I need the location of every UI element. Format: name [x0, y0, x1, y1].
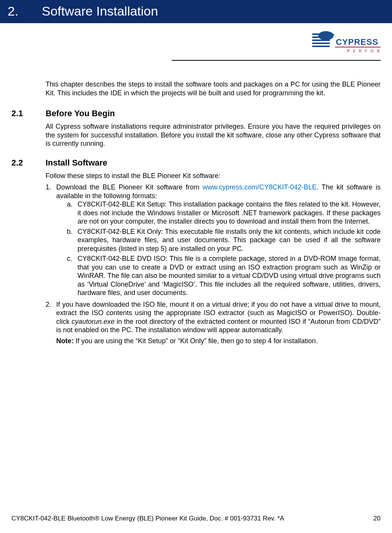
text-fragment: Download the BLE Pioneer Kit software fr…: [56, 183, 202, 191]
note-label: Note:: [56, 337, 74, 345]
svg-rect-3: [312, 43, 330, 44]
svg-point-5: [318, 31, 334, 40]
chapter-intro: This chapter describes the steps to inst…: [46, 80, 381, 97]
section-title: Install Software: [46, 158, 107, 168]
step-number: 2.: [46, 300, 56, 345]
section-number: 2.2: [11, 158, 46, 168]
section-2-2-heading: 2.2 Install Software: [11, 158, 381, 168]
filename: cyautorun.exe: [71, 318, 114, 325]
step-text: If you have downloaded the ISO file, mou…: [56, 300, 381, 345]
page-footer: CY8CKIT-042-BLE Bluetooth® Low Energy (B…: [11, 515, 381, 522]
list-item: a. CY8CKIT-042-BLE Kit Setup: This insta…: [67, 200, 381, 226]
step-number: 1.: [46, 183, 56, 299]
chapter-title: Software Installation: [42, 4, 158, 19]
substep-text: CY8CKIT-042-BLE DVD ISO: This file is a …: [77, 254, 381, 297]
header-divider: [172, 60, 381, 61]
page-content: This chapter describes the steps to inst…: [0, 80, 392, 345]
section-title: Before You Begin: [46, 109, 115, 118]
section-number: 2.1: [11, 109, 46, 118]
logo-brand-text: CYPRESS: [336, 37, 378, 47]
cypress-logo: CYPRESS P E R F O R M: [312, 30, 381, 54]
chapter-number: 2.: [8, 4, 27, 19]
section-2-1-body: All Cypress software installations requi…: [46, 122, 381, 148]
list-item: 1. Download the BLE Pioneer Kit software…: [46, 183, 381, 299]
chapter-header: 2. Software Installation: [0, 0, 392, 23]
cypress-logo-icon: CYPRESS P E R F O R M: [312, 30, 381, 54]
section-2-2-lead: Follow these steps to install the BLE Pi…: [46, 172, 381, 180]
note-block: Note: If you are using the “Kit Setup” o…: [56, 337, 381, 345]
substep-letter: a.: [67, 200, 77, 226]
substep-letter: c.: [67, 254, 77, 297]
list-item: 2. If you have downloaded the ISO file, …: [46, 300, 381, 345]
substep-text: CY8CKIT-042-BLE Kit Setup: This installa…: [77, 200, 381, 226]
substep-letter: b.: [67, 227, 77, 253]
section-2-1-heading: 2.1 Before You Begin: [11, 109, 381, 118]
footer-page-number: 20: [373, 515, 381, 522]
footer-doc-id: CY8CKIT-042-BLE Bluetooth® Low Energy (B…: [11, 515, 284, 522]
svg-rect-4: [312, 46, 330, 47]
logo-tagline-text: P E R F O R M: [347, 49, 381, 53]
install-steps-list: 1. Download the BLE Pioneer Kit software…: [46, 183, 381, 345]
note-text: If you are using the “Kit Setup” or “Kit…: [74, 337, 318, 345]
step-text: Download the BLE Pioneer Kit software fr…: [56, 183, 381, 299]
format-sublist: a. CY8CKIT-042-BLE Kit Setup: This insta…: [67, 200, 381, 297]
list-item: c. CY8CKIT-042-BLE DVD ISO: This file is…: [67, 254, 381, 297]
download-link[interactable]: www.cypress.com/CY8CKIT-042-BLE: [202, 183, 316, 191]
list-item: b. CY8CKIT-042-BLE Kit Only: This execut…: [67, 227, 381, 253]
substep-text: CY8CKIT-042-BLE Kit Only: This executabl…: [77, 227, 381, 253]
